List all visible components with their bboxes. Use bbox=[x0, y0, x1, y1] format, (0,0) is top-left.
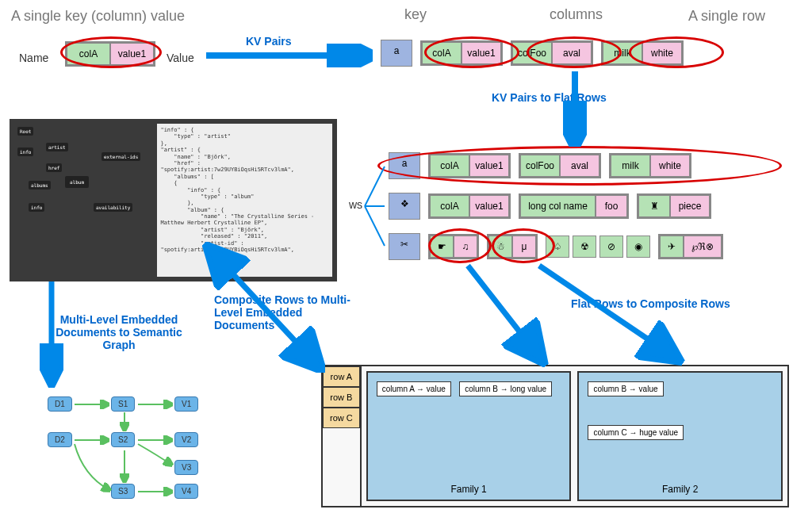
flow-multi-graph: Multi-Level Embedded Documents to Semant… bbox=[56, 313, 182, 351]
semantic-graph: D1 S1 V1 D2 S2 V2 V3 S3 V4 bbox=[40, 389, 246, 507]
fr1v1: value1 bbox=[469, 155, 509, 177]
c-colFoo: colFoo bbox=[512, 42, 552, 64]
graph-edges bbox=[40, 389, 246, 507]
n-albums: albums bbox=[29, 181, 51, 190]
fr2-key: ❖ bbox=[389, 193, 420, 220]
n-info: info bbox=[17, 147, 33, 156]
family2: column B → value column C → huge value F… bbox=[577, 371, 783, 501]
f2c1: column B → value bbox=[588, 381, 663, 396]
flow-kv-flat: KV Pairs to Flat Rows bbox=[492, 91, 607, 104]
title-kv: A single key (column) value bbox=[11, 8, 185, 25]
c-milk: milk bbox=[603, 42, 642, 64]
arrow-multi-graph bbox=[40, 281, 63, 389]
single-row: a colA value1 colFoo aval milk white bbox=[381, 40, 684, 67]
title-cols: columns bbox=[550, 6, 603, 23]
n-root: Root bbox=[17, 127, 33, 136]
row-labels: row A row B row C bbox=[323, 366, 362, 506]
cell-value1: value1 bbox=[110, 43, 154, 65]
title-row: A single row bbox=[688, 8, 765, 25]
svg-line-11 bbox=[539, 266, 674, 357]
fr3i9: ✈ bbox=[660, 236, 684, 258]
code-text: "info" : { "type" : "artist" }, "artist"… bbox=[160, 127, 329, 253]
fr3i8: ◉ bbox=[626, 236, 650, 258]
c-white: white bbox=[642, 42, 682, 64]
flat-row-2: ❖ colA value1 long col name foo ♜ piece bbox=[389, 193, 711, 220]
n-album: album bbox=[65, 176, 89, 188]
fr3i5: ♤ bbox=[546, 236, 569, 258]
fr3i1: ☛ bbox=[430, 236, 454, 258]
n-artist: artist bbox=[46, 143, 68, 151]
kv-pair: colA value1 bbox=[65, 41, 155, 67]
fr3i6: ☢ bbox=[573, 236, 596, 258]
family1: column A → value column B → long value F… bbox=[366, 371, 572, 501]
svg-line-12 bbox=[212, 251, 317, 365]
svg-line-9 bbox=[365, 206, 385, 246]
c-colA: colA bbox=[422, 42, 462, 64]
fr2v2: foo bbox=[596, 195, 627, 217]
fr1v2: aval bbox=[560, 155, 599, 177]
fr3-key: ✂ bbox=[389, 233, 420, 260]
arrow-ws bbox=[361, 155, 393, 258]
f2c2: column C → huge value bbox=[588, 425, 684, 440]
fr1v3: white bbox=[650, 155, 690, 177]
svg-line-10 bbox=[468, 266, 539, 357]
c-value1: value1 bbox=[462, 42, 501, 64]
f1name: Family 1 bbox=[368, 484, 570, 495]
fr1c2: colFoo bbox=[520, 155, 560, 177]
tree-panel: Root info artist href albums album exter… bbox=[14, 124, 157, 277]
rowA: row A bbox=[323, 366, 360, 387]
arrow-kv-flat bbox=[563, 71, 587, 147]
f1c1: column A → value bbox=[377, 381, 451, 396]
flat-row-1: a colA value1 colFoo aval milk white bbox=[389, 152, 691, 179]
c-aval: aval bbox=[552, 42, 592, 64]
key-a: a bbox=[381, 40, 412, 67]
fr3i4: μ bbox=[512, 236, 536, 258]
fr2v3: piece bbox=[670, 195, 710, 217]
n-avail: availability bbox=[94, 203, 132, 212]
fr2c1: colA bbox=[430, 195, 469, 217]
fr1c1: colA bbox=[430, 155, 469, 177]
n-extids: external-ids bbox=[102, 152, 140, 161]
flat-row-3: ✂ ☛ ♫ ☃ μ ♤ ☢ ⊘ ◉ ✈ ℘ℜ⊗ bbox=[389, 233, 723, 260]
fr1c3: milk bbox=[611, 155, 650, 177]
arrow-comp-multi bbox=[202, 242, 325, 373]
fr3i2: ♫ bbox=[454, 236, 477, 258]
cell-colA: colA bbox=[67, 43, 110, 65]
composite-rows: row A row B row C column A → value colum… bbox=[321, 365, 789, 507]
rowC: row C bbox=[323, 408, 360, 428]
f1c2: column B → long value bbox=[459, 381, 552, 396]
value-label: Value bbox=[167, 52, 194, 64]
f2name: Family 2 bbox=[579, 484, 781, 495]
n-info2: info bbox=[29, 203, 44, 212]
name-label: Name bbox=[19, 52, 48, 64]
arrow-flat-comp2 bbox=[531, 262, 690, 369]
arrow-kv bbox=[206, 44, 373, 67]
title-key: key bbox=[404, 6, 427, 23]
fr1-key: a bbox=[389, 152, 420, 179]
fr3i10: ℘ℜ⊗ bbox=[684, 236, 722, 258]
svg-line-7 bbox=[365, 167, 385, 206]
fr3i7: ⊘ bbox=[599, 236, 623, 258]
fr2v1: value1 bbox=[469, 195, 509, 217]
rowB: row B bbox=[323, 387, 360, 408]
fr2c3: ♜ bbox=[638, 195, 670, 217]
fr2c2: long col name bbox=[520, 195, 596, 217]
fr3i3: ☃ bbox=[488, 236, 512, 258]
n-href: href bbox=[46, 163, 62, 172]
